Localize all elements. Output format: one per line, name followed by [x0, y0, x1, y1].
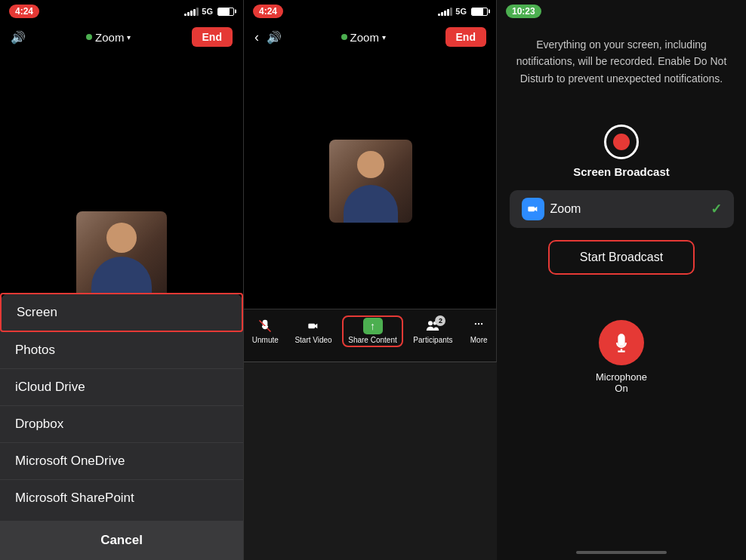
five-g-icon-1: 5G	[202, 7, 213, 16]
share-screen-option[interactable]: Screen	[0, 293, 243, 332]
participants-icon: 2	[423, 318, 442, 334]
unmute-label: Unmute	[252, 336, 279, 344]
zoom-bar-left-2: ‹ 🔊	[254, 29, 282, 45]
back-arrow-icon[interactable]: ‹	[254, 29, 259, 45]
screen2-video-area	[244, 53, 497, 309]
status-time-2: 4:24	[253, 5, 283, 18]
phone-screen-3: 10:23 Everything on your screen, includi…	[497, 0, 746, 560]
participant-avatar-1	[76, 211, 167, 302]
home-indicator	[576, 551, 667, 554]
start-video-button[interactable]: Start Video	[288, 315, 338, 347]
microphone-toggle-button[interactable]	[599, 320, 644, 365]
zoom-selector-name: Zoom	[550, 202, 581, 216]
status-bar-3: 10:23	[497, 0, 746, 21]
svg-rect-7	[528, 207, 535, 212]
battery-icon-1	[217, 8, 234, 16]
broadcast-info-text: Everything on your screen, including not…	[512, 36, 731, 87]
status-icons-2: 5G	[438, 7, 488, 16]
zoom-app-icon	[522, 198, 544, 220]
share-dropbox-option[interactable]: Dropbox	[0, 406, 243, 443]
screen-broadcast-label: Screen Broadcast	[573, 165, 670, 178]
microphone-section: MicrophoneOn	[497, 320, 746, 394]
share-content-icon: ↑	[363, 318, 383, 334]
broadcast-record-icon	[604, 125, 639, 159]
zoom-bar-left-1: 🔊	[11, 30, 26, 45]
share-sharepoint-option[interactable]: Microsoft SharePoint	[0, 480, 243, 516]
participants-button[interactable]: 2 Participants	[407, 315, 458, 347]
chevron-down-icon-1: ▾	[127, 33, 131, 42]
svg-point-4	[475, 323, 476, 325]
svg-rect-1	[308, 324, 315, 329]
participants-label: Participants	[413, 336, 452, 344]
zoom-dot-2	[341, 34, 347, 40]
participant-avatar-2	[329, 140, 412, 223]
more-icon	[469, 318, 489, 334]
unmute-button[interactable]: Unmute	[246, 315, 285, 347]
speaker-icon-1: 🔊	[11, 30, 26, 45]
speaker-icon-2: 🔊	[267, 30, 282, 45]
mic-off-icon	[255, 318, 275, 334]
battery-icon-2	[471, 8, 488, 16]
more-button[interactable]: More	[463, 315, 495, 347]
phone-screen-2: 4:24 5G ‹	[244, 0, 497, 362]
svg-point-2	[428, 321, 433, 325]
participant-count-badge: 2	[435, 315, 445, 326]
share-icloud-option[interactable]: iCloud Drive	[0, 369, 243, 406]
screen2-layout: 4:24 5G ‹	[244, 0, 497, 362]
video-off-icon	[304, 318, 323, 334]
status-bar-2: 4:24 5G	[244, 0, 497, 21]
end-button-2[interactable]: End	[445, 27, 486, 47]
bottom-toolbar-2: Unmute Start Video ↑ Share Conte	[244, 309, 497, 362]
svg-point-6	[481, 323, 482, 325]
status-time-1: 4:24	[9, 5, 39, 18]
zoom-dot-1	[86, 34, 92, 40]
phone-screen-1: 4:24 5G 🔊 Zoom	[0, 0, 244, 560]
status-icons-1: 5G	[184, 7, 234, 16]
status-time-3: 10:23	[506, 5, 541, 18]
share-content-modal: Screen Photos iCloud Drive Dropbox Micro…	[0, 293, 243, 560]
zoom-label-2[interactable]: Zoom ▾	[341, 31, 386, 44]
main-container: 4:24 5G 🔊 Zoom	[0, 0, 746, 560]
zoom-bar-1: 🔊 Zoom ▾ End	[0, 21, 243, 53]
share-content-label: Share Content	[348, 336, 397, 344]
share-content-button[interactable]: ↑ Share Content	[342, 315, 403, 347]
end-button-1[interactable]: End	[192, 27, 233, 47]
start-broadcast-button[interactable]: Start Broadcast	[548, 240, 695, 275]
share-photos-option[interactable]: Photos	[0, 332, 243, 369]
zoom-label-1[interactable]: Zoom ▾	[86, 31, 131, 44]
share-cancel-button[interactable]: Cancel	[0, 521, 243, 560]
zoom-bar-2: ‹ 🔊 Zoom ▾ End	[244, 21, 497, 53]
checkmark-icon: ✓	[711, 201, 722, 217]
share-onedrive-option[interactable]: Microsoft OneDrive	[0, 443, 243, 480]
more-label: More	[470, 336, 488, 344]
screen-broadcast-section: Screen Broadcast Zoom ✓	[497, 125, 746, 275]
broadcast-info: Everything on your screen, including not…	[497, 21, 746, 94]
start-video-label: Start Video	[294, 336, 331, 344]
screen3-layout: 10:23 Everything on your screen, includi…	[497, 0, 746, 560]
record-inner	[613, 134, 630, 150]
svg-point-5	[478, 323, 479, 325]
microphone-label: MicrophoneOn	[596, 371, 647, 394]
signal-icon-1	[184, 7, 199, 16]
share-up-icon: ↑	[363, 318, 383, 334]
zoom-selector-left: Zoom	[522, 198, 581, 220]
status-bar-1: 4:24 5G	[0, 0, 243, 21]
five-g-icon-2: 5G	[455, 7, 467, 16]
signal-icon-2	[438, 7, 452, 16]
chevron-down-icon-2: ▾	[382, 33, 386, 42]
zoom-app-selector[interactable]: Zoom ✓	[510, 190, 734, 228]
